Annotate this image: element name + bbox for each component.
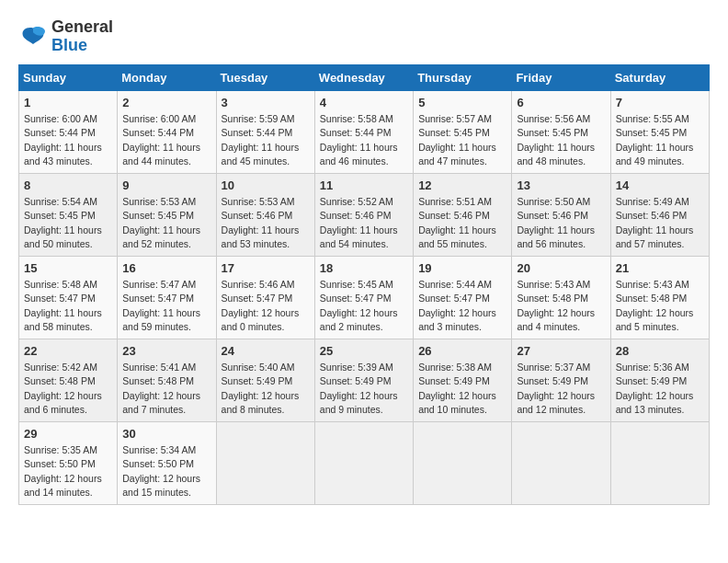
logo: General Blue (18, 18, 113, 55)
day-number: 10 (222, 178, 310, 194)
weekday-header-saturday: Saturday (610, 64, 709, 90)
calendar-cell: 20 Sunrise: 5:43 AMSunset: 5:48 PMDaylig… (512, 256, 610, 339)
day-number: 6 (517, 95, 605, 111)
day-info: Sunrise: 5:42 AMSunset: 5:48 PMDaylight:… (24, 362, 102, 415)
day-info: Sunrise: 5:43 AMSunset: 5:48 PMDaylight:… (616, 279, 694, 332)
calendar-cell: 10 Sunrise: 5:53 AMSunset: 5:46 PMDaylig… (216, 173, 314, 256)
day-number: 27 (517, 343, 605, 360)
calendar-week-row: 29 Sunrise: 5:35 AMSunset: 5:50 PMDaylig… (19, 421, 710, 504)
logo-icon (18, 22, 48, 52)
day-info: Sunrise: 5:43 AMSunset: 5:48 PMDaylight:… (517, 279, 595, 332)
calendar-cell: 22 Sunrise: 5:42 AMSunset: 5:48 PMDaylig… (19, 339, 118, 421)
day-info: Sunrise: 5:47 AMSunset: 5:47 PMDaylight:… (122, 279, 200, 332)
day-number: 3 (222, 95, 310, 111)
day-info: Sunrise: 5:35 AMSunset: 5:50 PMDaylight:… (24, 444, 102, 498)
day-info: Sunrise: 5:53 AMSunset: 5:45 PMDaylight:… (122, 196, 200, 249)
calendar-cell: 1 Sunrise: 6:00 AMSunset: 5:44 PMDayligh… (19, 90, 118, 173)
day-number: 11 (320, 178, 408, 194)
day-number: 4 (320, 95, 408, 111)
calendar-cell: 25 Sunrise: 5:39 AMSunset: 5:49 PMDaylig… (314, 339, 413, 421)
day-info: Sunrise: 5:55 AMSunset: 5:45 PMDaylight:… (616, 113, 694, 167)
calendar-cell: 9 Sunrise: 5:53 AMSunset: 5:45 PMDayligh… (118, 173, 216, 256)
day-info: Sunrise: 5:48 AMSunset: 5:47 PMDaylight:… (24, 279, 102, 332)
weekday-header-monday: Monday (118, 64, 216, 90)
calendar-cell: 18 Sunrise: 5:45 AMSunset: 5:47 PMDaylig… (314, 256, 413, 339)
day-info: Sunrise: 5:54 AMSunset: 5:45 PMDaylight:… (24, 196, 102, 249)
calendar-cell (216, 421, 314, 504)
weekday-header-thursday: Thursday (414, 64, 512, 90)
logo-text: General Blue (51, 18, 113, 55)
calendar-cell: 3 Sunrise: 5:59 AMSunset: 5:44 PMDayligh… (216, 90, 314, 173)
weekday-header-row: SundayMondayTuesdayWednesdayThursdayFrid… (19, 64, 710, 90)
calendar-cell: 30 Sunrise: 5:34 AMSunset: 5:50 PMDaylig… (118, 421, 216, 504)
calendar-table: SundayMondayTuesdayWednesdayThursdayFrid… (18, 64, 710, 505)
calendar-cell: 29 Sunrise: 5:35 AMSunset: 5:50 PMDaylig… (19, 421, 118, 504)
calendar-cell: 28 Sunrise: 5:36 AMSunset: 5:49 PMDaylig… (610, 339, 709, 421)
weekday-header-sunday: Sunday (19, 64, 118, 90)
day-info: Sunrise: 5:46 AMSunset: 5:47 PMDaylight:… (222, 279, 300, 332)
day-info: Sunrise: 5:57 AMSunset: 5:45 PMDaylight:… (418, 113, 496, 167)
calendar-week-row: 22 Sunrise: 5:42 AMSunset: 5:48 PMDaylig… (19, 339, 710, 421)
day-number: 8 (24, 178, 112, 194)
calendar-cell: 16 Sunrise: 5:47 AMSunset: 5:47 PMDaylig… (118, 256, 216, 339)
page-header: General Blue (18, 18, 710, 55)
day-info: Sunrise: 6:00 AMSunset: 5:44 PMDaylight:… (122, 113, 200, 167)
day-number: 25 (320, 343, 408, 360)
day-number: 23 (122, 343, 210, 360)
day-number: 14 (616, 178, 704, 194)
day-info: Sunrise: 5:40 AMSunset: 5:49 PMDaylight:… (222, 362, 300, 415)
calendar-week-row: 15 Sunrise: 5:48 AMSunset: 5:47 PMDaylig… (19, 256, 710, 339)
day-number: 21 (616, 260, 704, 277)
day-info: Sunrise: 5:39 AMSunset: 5:49 PMDaylight:… (320, 362, 398, 415)
day-number: 12 (418, 178, 506, 194)
calendar-cell (314, 421, 413, 504)
day-number: 2 (122, 95, 210, 111)
day-number: 17 (222, 260, 310, 277)
calendar-cell: 23 Sunrise: 5:41 AMSunset: 5:48 PMDaylig… (118, 339, 216, 421)
day-number: 22 (24, 343, 112, 360)
day-number: 20 (517, 260, 605, 277)
day-number: 30 (122, 426, 210, 442)
calendar-cell: 5 Sunrise: 5:57 AMSunset: 5:45 PMDayligh… (414, 90, 512, 173)
day-info: Sunrise: 5:38 AMSunset: 5:49 PMDaylight:… (418, 362, 496, 415)
day-info: Sunrise: 5:52 AMSunset: 5:46 PMDaylight:… (320, 196, 398, 249)
day-info: Sunrise: 5:51 AMSunset: 5:46 PMDaylight:… (418, 196, 496, 249)
calendar-cell: 4 Sunrise: 5:58 AMSunset: 5:44 PMDayligh… (314, 90, 413, 173)
calendar-cell: 7 Sunrise: 5:55 AMSunset: 5:45 PMDayligh… (610, 90, 709, 173)
day-info: Sunrise: 5:34 AMSunset: 5:50 PMDaylight:… (122, 444, 200, 498)
calendar-week-row: 1 Sunrise: 6:00 AMSunset: 5:44 PMDayligh… (19, 90, 710, 173)
day-info: Sunrise: 5:53 AMSunset: 5:46 PMDaylight:… (222, 196, 300, 249)
calendar-cell (512, 421, 610, 504)
day-number: 18 (320, 260, 408, 277)
day-info: Sunrise: 6:00 AMSunset: 5:44 PMDaylight:… (24, 113, 102, 167)
day-number: 19 (418, 260, 506, 277)
calendar-cell: 8 Sunrise: 5:54 AMSunset: 5:45 PMDayligh… (19, 173, 118, 256)
weekday-header-friday: Friday (512, 64, 610, 90)
calendar-cell: 24 Sunrise: 5:40 AMSunset: 5:49 PMDaylig… (216, 339, 314, 421)
calendar-cell: 19 Sunrise: 5:44 AMSunset: 5:47 PMDaylig… (414, 256, 512, 339)
day-number: 26 (418, 343, 506, 360)
day-number: 9 (122, 178, 210, 194)
calendar-cell: 6 Sunrise: 5:56 AMSunset: 5:45 PMDayligh… (512, 90, 610, 173)
weekday-header-wednesday: Wednesday (314, 64, 413, 90)
day-number: 15 (24, 260, 112, 277)
day-info: Sunrise: 5:37 AMSunset: 5:49 PMDaylight:… (517, 362, 595, 415)
calendar-cell: 17 Sunrise: 5:46 AMSunset: 5:47 PMDaylig… (216, 256, 314, 339)
day-info: Sunrise: 5:59 AMSunset: 5:44 PMDaylight:… (222, 113, 300, 167)
calendar-week-row: 8 Sunrise: 5:54 AMSunset: 5:45 PMDayligh… (19, 173, 710, 256)
calendar-cell: 14 Sunrise: 5:49 AMSunset: 5:46 PMDaylig… (610, 173, 709, 256)
day-info: Sunrise: 5:56 AMSunset: 5:45 PMDaylight:… (517, 113, 595, 167)
day-number: 16 (122, 260, 210, 277)
day-number: 7 (616, 95, 704, 111)
day-info: Sunrise: 5:36 AMSunset: 5:49 PMDaylight:… (616, 362, 694, 415)
calendar-cell: 11 Sunrise: 5:52 AMSunset: 5:46 PMDaylig… (314, 173, 413, 256)
day-number: 13 (517, 178, 605, 194)
day-info: Sunrise: 5:50 AMSunset: 5:46 PMDaylight:… (517, 196, 595, 249)
calendar-cell (610, 421, 709, 504)
day-number: 5 (418, 95, 506, 111)
day-number: 24 (222, 343, 310, 360)
day-number: 29 (24, 426, 112, 442)
day-info: Sunrise: 5:41 AMSunset: 5:48 PMDaylight:… (122, 362, 200, 415)
day-info: Sunrise: 5:45 AMSunset: 5:47 PMDaylight:… (320, 279, 398, 332)
weekday-header-tuesday: Tuesday (216, 64, 314, 90)
